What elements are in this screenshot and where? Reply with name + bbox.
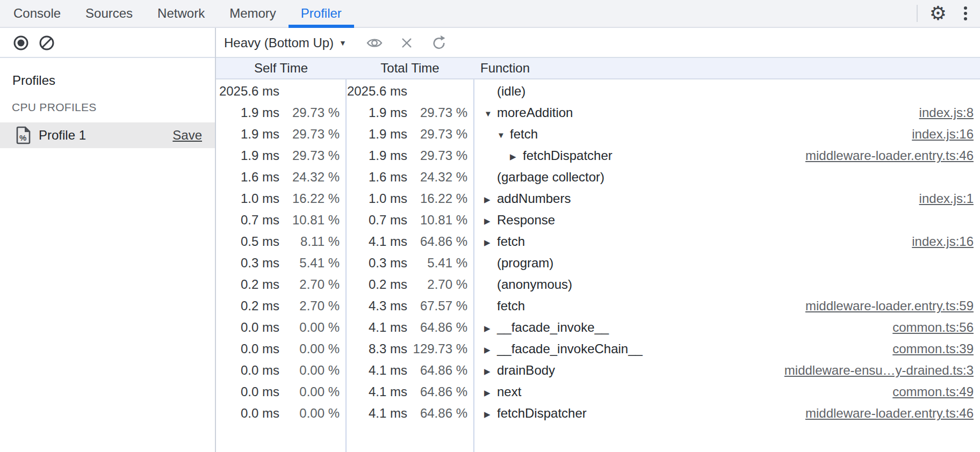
total-time-ms: 0.2 ms	[346, 277, 407, 292]
column-header-function[interactable]: Function	[474, 61, 980, 76]
self-time-cell: 0.0 ms 0.00 %	[216, 341, 346, 356]
self-time-cell: 1.9 ms 29.73 %	[216, 105, 346, 120]
self-time-ms: 0.0 ms	[216, 320, 279, 335]
expand-arrow-icon[interactable]: ▶	[484, 216, 497, 225]
tab-label: Network	[157, 6, 205, 21]
table-row[interactable]: 0.0 ms 0.00 % 4.1 ms 64.86 % ▶ __facade_…	[216, 317, 980, 338]
table-row[interactable]: 0.0 ms 0.00 % 4.1 ms 64.86 % ▶ next comm…	[216, 381, 980, 403]
expand-arrow-icon[interactable]: ▼	[484, 108, 497, 118]
table-row[interactable]: 0.0 ms 0.00 % 8.3 ms 129.73 % ▶ __facade…	[216, 338, 980, 360]
self-time-ms: 0.0 ms	[216, 384, 279, 399]
toolbar-divider	[917, 5, 918, 22]
function-name: (anonymous)	[497, 277, 572, 292]
expand-arrow-icon[interactable]: ▶	[484, 323, 497, 332]
table-row[interactable]: 1.9 ms 29.73 % 1.9 ms 29.73 % ▶ fetchDis…	[216, 145, 980, 166]
function-cell: fetch middleware-loader.entry.ts:59	[474, 295, 980, 317]
self-time-pct: 8.11 %	[279, 234, 340, 249]
column-header-self-time[interactable]: Self Time	[216, 61, 346, 76]
table-row[interactable]: 0.3 ms 5.41 % 0.3 ms 5.41 % (program)	[216, 252, 980, 274]
table-row[interactable]: 1.6 ms 24.32 % 1.6 ms 24.32 % (garbage c…	[216, 166, 980, 188]
self-time-cell: 1.6 ms 24.32 %	[216, 170, 346, 185]
chevron-down-icon: ▼	[339, 39, 347, 47]
table-row[interactable]: 0.0 ms 0.00 % 4.1 ms 64.86 % ▶ fetchDisp…	[216, 403, 980, 424]
expand-arrow-icon[interactable]: ▶	[484, 237, 497, 246]
source-link[interactable]: index.js:16	[912, 127, 980, 142]
focus-function-eye-icon[interactable]	[366, 35, 383, 51]
total-time-pct: 64.86 %	[407, 406, 467, 421]
total-time-ms: 1.9 ms	[346, 105, 407, 120]
function-cell: ▶ next common.ts:49	[474, 381, 980, 403]
profile-data-grid: Self Time Total Time Function 2025.6 ms …	[216, 58, 980, 452]
record-icon[interactable]	[13, 35, 29, 51]
table-row[interactable]: 2025.6 ms 2025.6 ms (idle)	[216, 81, 980, 102]
clear-profiles-icon[interactable]	[39, 35, 55, 51]
self-time-cell: 0.2 ms 2.70 %	[216, 277, 346, 292]
function-name: Response	[497, 213, 555, 228]
exclude-function-x-icon[interactable]	[399, 35, 414, 50]
table-row[interactable]: 1.0 ms 16.22 % 1.0 ms 16.22 % ▶ addNumbe…	[216, 188, 980, 209]
tab-console[interactable]: Console	[1, 0, 73, 27]
restore-functions-refresh-icon[interactable]	[430, 35, 446, 51]
source-link[interactable]: middleware-loader.entry.ts:46	[805, 148, 980, 163]
table-row[interactable]: 0.0 ms 0.00 % 4.1 ms 64.86 % ▶ drainBody…	[216, 360, 980, 381]
total-time-cell: 4.1 ms 64.86 %	[346, 406, 474, 421]
source-link[interactable]: index.js:1	[919, 191, 980, 206]
expand-arrow-icon[interactable]: ▶	[484, 194, 497, 203]
table-row[interactable]: 0.2 ms 2.70 % 4.3 ms 67.57 % fetch middl…	[216, 295, 980, 317]
more-options-kebab-icon[interactable]	[961, 4, 970, 23]
tab-network[interactable]: Network	[145, 0, 217, 27]
function-cell: ▶ fetch index.js:16	[474, 231, 980, 252]
total-time-pct: 16.22 %	[407, 191, 467, 206]
function-cell: ▼ moreAddition index.js:8	[474, 102, 980, 123]
expand-arrow-icon[interactable]: ▼	[497, 130, 510, 139]
table-row[interactable]: 1.9 ms 29.73 % 1.9 ms 29.73 % ▼ moreAddi…	[216, 102, 980, 123]
view-cluster: Heavy (Bottom Up) ▼	[224, 29, 446, 57]
source-link[interactable]: middleware-loader.entry.ts:46	[805, 406, 980, 421]
total-time-ms: 0.3 ms	[346, 256, 407, 271]
record-cluster	[13, 29, 55, 57]
active-tab-underline	[289, 25, 354, 28]
source-link[interactable]: common.ts:49	[892, 384, 980, 399]
function-cell: ▶ fetchDispatcher middleware-loader.entr…	[474, 145, 980, 166]
settings-gear-icon[interactable]: ⚙	[929, 4, 947, 23]
expand-arrow-icon[interactable]: ▶	[484, 366, 497, 375]
profile-list-item[interactable]: % Profile 1 Save	[0, 122, 215, 148]
tab-profiler[interactable]: Profiler	[289, 0, 354, 27]
expand-arrow-icon[interactable]: ▶	[484, 388, 497, 397]
table-row[interactable]: 0.2 ms 2.70 % 0.2 ms 2.70 % (anonymous)	[216, 274, 980, 295]
function-name: fetch	[497, 234, 525, 249]
source-link[interactable]: middleware-loader.entry.ts:59	[805, 298, 980, 314]
total-time-pct: 2.70 %	[407, 277, 467, 292]
function-name: fetch	[497, 298, 525, 314]
self-time-pct: 0.00 %	[279, 384, 340, 399]
devtools-profiler-panel: ConsoleSourcesNetworkMemoryProfiler ⚙	[0, 0, 980, 452]
tab-memory[interactable]: Memory	[217, 0, 289, 27]
self-time-pct: 2.70 %	[279, 277, 340, 292]
expand-arrow-icon[interactable]: ▶	[484, 345, 497, 354]
self-time-ms: 0.2 ms	[216, 277, 279, 292]
self-time-pct: 29.73 %	[279, 127, 340, 142]
grid-header: Self Time Total Time Function	[216, 58, 980, 79]
source-link[interactable]: common.ts:56	[892, 320, 980, 335]
total-time-cell: 1.9 ms 29.73 %	[346, 105, 474, 120]
self-time-ms: 1.9 ms	[216, 105, 279, 120]
table-row[interactable]: 1.9 ms 29.73 % 1.9 ms 29.73 % ▼ fetch in…	[216, 123, 980, 145]
save-profile-link[interactable]: Save	[172, 128, 202, 143]
self-time-pct: 10.81 %	[279, 213, 340, 228]
view-mode-dropdown[interactable]: Heavy (Bottom Up) ▼	[224, 35, 347, 50]
function-cell: ▶ __facade_invoke__ common.ts:56	[474, 317, 980, 338]
self-time-pct: 16.22 %	[279, 191, 340, 206]
source-link[interactable]: index.js:16	[912, 234, 980, 249]
source-link[interactable]: index.js:8	[919, 105, 980, 120]
table-row[interactable]: 0.5 ms 8.11 % 4.1 ms 64.86 % ▶ fetch ind…	[216, 231, 980, 252]
total-time-pct: 24.32 %	[407, 170, 467, 185]
column-header-total-time[interactable]: Total Time	[346, 61, 474, 76]
table-row[interactable]: 0.7 ms 10.81 % 0.7 ms 10.81 % ▶ Response	[216, 209, 980, 231]
expand-arrow-icon[interactable]: ▶	[484, 409, 497, 418]
expand-arrow-icon[interactable]: ▶	[510, 151, 523, 161]
source-link[interactable]: middleware-ensu…y-drained.ts:3	[784, 363, 980, 378]
self-time-cell: 1.9 ms 29.73 %	[216, 127, 346, 142]
tab-sources[interactable]: Sources	[73, 0, 145, 27]
function-cell: ▶ drainBody middleware-ensu…y-drained.ts…	[474, 360, 980, 381]
source-link[interactable]: common.ts:39	[892, 341, 980, 356]
